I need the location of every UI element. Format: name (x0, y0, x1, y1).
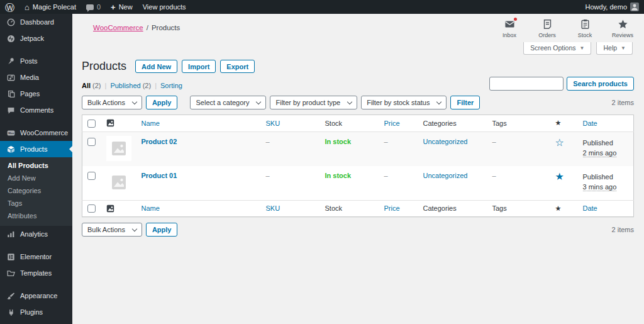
panel-label: Inbox (502, 32, 516, 38)
site-name: Magic Polecat (33, 3, 76, 11)
featured-star-toggle[interactable]: ☆ (555, 137, 564, 148)
stock-panel-button[interactable]: Stock (571, 19, 599, 38)
column-footer-price[interactable]: Price (379, 200, 418, 217)
column-footer-name[interactable]: Name (136, 200, 261, 217)
product-type-filter-label: Filter by product type (275, 99, 340, 106)
howdy-text: Howdy, demo (586, 3, 627, 11)
select-all-checkbox[interactable] (87, 204, 96, 213)
add-new-button[interactable]: Add New (135, 60, 177, 73)
help-tab[interactable]: Help ▼ (596, 42, 633, 55)
bulk-actions-select-bottom[interactable]: Bulk Actions (82, 223, 142, 237)
view-products-menu[interactable]: View products (138, 0, 191, 14)
sidebar-label: Jetpack (20, 35, 44, 42)
sidebar-label: Media (20, 74, 39, 81)
new-label: New (119, 3, 133, 11)
sidebar-item-posts[interactable]: Posts (0, 53, 72, 69)
sidebar-item-elementor[interactable]: Elementor (0, 249, 72, 265)
site-name-menu[interactable]: ⌂ Magic Polecat (19, 0, 81, 14)
product-name-link[interactable]: Product 01 (142, 172, 177, 179)
woocommerce-header: WooCommerce/Products Inbox Orders (72, 14, 644, 38)
chevron-down-icon (347, 99, 352, 104)
menu-separator (0, 281, 72, 288)
sidebar-item-jetpack[interactable]: Jetpack (0, 30, 72, 47)
star-icon (618, 19, 628, 31)
product-type-filter-select[interactable]: Filter by product type (270, 96, 357, 109)
apply-button[interactable]: Apply (146, 96, 178, 109)
reviews-panel-button[interactable]: Reviews (609, 19, 636, 38)
sidebar-item-templates[interactable]: Templates (0, 265, 72, 281)
search-input[interactable] (489, 77, 564, 91)
search-products-button[interactable]: Search products (567, 77, 634, 91)
orders-icon (542, 19, 553, 31)
column-header-stock: Stock (320, 115, 379, 132)
inbox-panel-button[interactable]: Inbox (496, 19, 523, 38)
product-name-link[interactable]: Product 02 (142, 138, 177, 145)
sidebar-item-comments[interactable]: Comments (0, 102, 72, 118)
product-sku: – (261, 131, 320, 166)
screen-options-label: Screen Options (530, 44, 575, 52)
column-footer-date[interactable]: Date (578, 200, 634, 217)
jetpack-icon (6, 34, 15, 43)
chevron-down-icon (256, 99, 261, 104)
apply-button-bottom[interactable]: Apply (146, 223, 178, 237)
sidebar-item-dashboard[interactable]: Dashboard (0, 14, 72, 30)
comments-count: 0 (97, 3, 101, 11)
row-checkbox[interactable] (87, 172, 96, 180)
submenu-attributes[interactable]: Attributes (0, 209, 72, 222)
help-label: Help (603, 44, 617, 52)
column-header-price[interactable]: Price (379, 115, 418, 132)
search-form: Search products (489, 77, 634, 91)
submenu-add-new[interactable]: Add New (0, 172, 72, 184)
stock-status-filter-label: Filter by stock status (367, 99, 430, 106)
column-footer-sku[interactable]: SKU (261, 200, 320, 217)
bar-chart-icon (6, 230, 15, 238)
account-menu[interactable]: Howdy, demo (580, 0, 644, 14)
view-all-count: (2) (92, 82, 101, 89)
orders-panel-button[interactable]: Orders (533, 19, 561, 38)
sidebar-item-media[interactable]: Media (0, 69, 72, 86)
screen-options-tab[interactable]: Screen Options ▼ (523, 42, 591, 55)
view-separator: | (105, 82, 107, 89)
column-header-tags: Tags (487, 115, 550, 132)
date-status: Published (583, 172, 629, 182)
row-checkbox[interactable] (87, 138, 96, 146)
items-count: 2 items (612, 99, 634, 106)
sidebar-item-products[interactable]: Products (0, 141, 72, 157)
submenu-categories[interactable]: Categories (0, 184, 72, 197)
sidebar-item-woocommerce[interactable]: Woo WooCommerce (0, 125, 72, 141)
view-sorting[interactable]: Sorting (160, 82, 182, 89)
bulk-actions-select[interactable]: Bulk Actions (82, 96, 142, 109)
sidebar-item-analytics[interactable]: Analytics (0, 226, 72, 242)
export-button[interactable]: Export (220, 60, 255, 73)
sidebar-label: Elementor (20, 253, 52, 260)
new-content-menu[interactable]: + New (106, 0, 138, 14)
sidebar-item-pages[interactable]: Pages (0, 86, 72, 102)
stock-status: In stock (325, 138, 352, 145)
category-link[interactable]: Uncategorized (423, 172, 468, 179)
sidebar-item-users[interactable]: Users (0, 320, 72, 324)
column-header-date[interactable]: Date (578, 115, 634, 132)
image-column-icon (106, 204, 131, 213)
column-footer-categories: Categories (418, 200, 487, 217)
stock-status-filter-select[interactable]: Filter by stock status (361, 96, 447, 109)
import-button[interactable]: Import (182, 60, 216, 73)
featured-star-toggle[interactable]: ★ (555, 171, 564, 182)
view-all[interactable]: All (82, 82, 91, 89)
category-filter-select[interactable]: Select a category (190, 96, 266, 109)
sidebar-label: Appearance (20, 292, 57, 299)
wordpress-logo-menu[interactable]: Ⓦ (0, 0, 19, 14)
column-header-name[interactable]: Name (136, 115, 261, 132)
submenu-tags[interactable]: Tags (0, 197, 72, 209)
breadcrumb-woocommerce-link[interactable]: WooCommerce (93, 24, 143, 31)
column-header-sku[interactable]: SKU (261, 115, 320, 132)
comments-menu[interactable]: 0 (81, 0, 106, 14)
view-links: All(2) | Published(2) | Sorting (82, 82, 182, 91)
filter-button[interactable]: Filter (450, 96, 480, 109)
select-all-checkbox[interactable] (87, 120, 96, 128)
category-link[interactable]: Uncategorized (423, 138, 468, 145)
view-published[interactable]: Published (110, 82, 140, 89)
sidebar-item-appearance[interactable]: Appearance (0, 288, 72, 304)
submenu-all-products[interactable]: All Products (0, 159, 72, 172)
content-area: WooCommerce/Products Inbox Orders (72, 14, 644, 324)
sidebar-item-plugins[interactable]: Plugins (0, 304, 72, 320)
